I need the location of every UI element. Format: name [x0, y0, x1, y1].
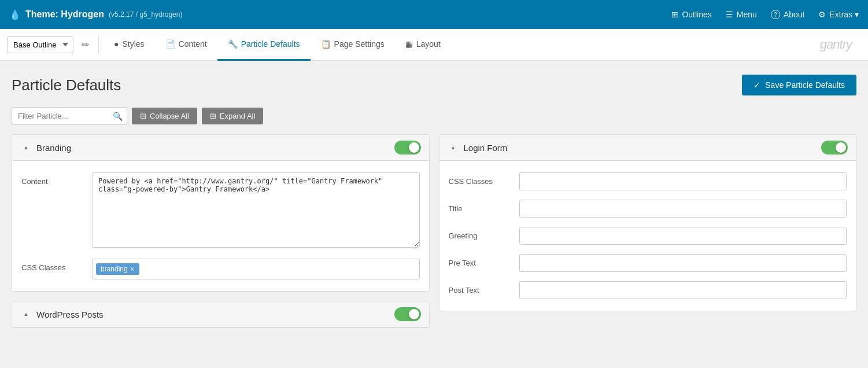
tab-particle-defaults-label: Particle Defaults [241, 39, 300, 49]
login-greeting-label: Greeting [449, 227, 512, 240]
panel-branding: ▲ Branding Content Power [12, 134, 430, 292]
page-icon: 📋 [321, 39, 331, 49]
login-form-toggle[interactable] [821, 141, 848, 154]
login-title-control: Login [519, 200, 847, 218]
expand-all-button[interactable]: ⊞ Expand All [202, 108, 263, 124]
brand: Theme: Hydrogen (v5.2.17 / g5_hydrogen) [9, 9, 182, 20]
grid-icon: ⊞ [671, 10, 678, 19]
tab-styles-label: Styles [122, 39, 144, 49]
gantry-logo: gantry [820, 37, 861, 52]
branding-collapse-button[interactable]: ▲ [20, 142, 32, 153]
brand-name: Theme: Hydrogen [25, 9, 104, 20]
save-particle-defaults-button[interactable]: ✓ Save Particle Defaults [742, 75, 856, 95]
chevron-up-icon-lf: ▲ [450, 145, 456, 150]
wordpress-posts-toggle[interactable] [394, 307, 421, 321]
login-form-panel-title: Login Form [464, 143, 508, 153]
branding-tag: branding × [96, 263, 139, 275]
main-content: Particle Defaults ✓ Save Particle Defaul… [0, 61, 868, 342]
nav-menu[interactable]: ☰ Menu [726, 10, 757, 19]
tab-layout-label: Layout [416, 39, 441, 49]
branding-tag-remove[interactable]: × [130, 265, 135, 273]
branding-content-label: Content [21, 172, 85, 186]
top-bar: Theme: Hydrogen (v5.2.17 / g5_hydrogen) … [0, 0, 868, 29]
panel-login-form: ▲ Login Form CSS Classes [439, 134, 857, 311]
login-css-input[interactable] [519, 172, 847, 190]
top-nav: ⊞ Outlines ☰ Menu ? About ⚙ Extras ▾ [671, 10, 859, 19]
panel-login-form-header: ▲ Login Form [439, 135, 856, 161]
gear-icon: ⚙ [818, 10, 826, 19]
filter-input[interactable] [12, 107, 127, 125]
login-css-row: CSS Classes [449, 172, 847, 190]
expand-icon: ⊞ [210, 112, 216, 120]
nav-separator [98, 36, 99, 53]
login-pretext-label: Pre Text [449, 254, 512, 267]
save-button-label: Save Particle Defaults [765, 80, 845, 90]
expand-all-label: Expand All [220, 112, 255, 120]
filter-input-wrap: 🔍 [12, 107, 127, 125]
wordpress-posts-collapse-button[interactable]: ▲ [20, 308, 32, 320]
chevron-up-icon-wp: ▲ [24, 311, 29, 317]
layout-icon: ▦ [405, 39, 413, 49]
collapse-all-button[interactable]: ⊟ Collapse All [132, 108, 197, 124]
login-posttext-row: Post Text [449, 281, 847, 299]
pencil-icon: ✏ [82, 40, 89, 50]
branding-content-textarea[interactable]: Powered by <a href="http://www.gantry.or… [92, 172, 420, 248]
login-greeting-control: Hi, %s [519, 227, 847, 245]
branding-panel-title: Branding [36, 143, 71, 153]
login-greeting-input[interactable]: Hi, %s [519, 227, 847, 245]
login-posttext-input[interactable] [519, 281, 847, 299]
chevron-up-icon: ▲ [24, 145, 29, 150]
nav-extras[interactable]: ⚙ Extras ▾ [818, 10, 859, 19]
page-title: Particle Defaults [12, 76, 121, 94]
panel-login-form-header-left: ▲ Login Form [448, 142, 508, 153]
collapse-all-label: Collapse All [150, 112, 189, 120]
left-column: ▲ Branding Content Power [12, 134, 430, 328]
branding-tag-input[interactable]: branding × [92, 259, 420, 279]
outlines-label: Outlines [682, 10, 711, 19]
branding-toggle[interactable] [394, 141, 421, 154]
login-title-input[interactable]: Login [519, 200, 847, 218]
login-css-label: CSS Classes [449, 172, 512, 186]
login-pretext-input[interactable] [519, 254, 847, 272]
tab-styles[interactable]: ● Styles [104, 29, 155, 61]
nav-about[interactable]: ? About [771, 10, 805, 19]
edit-outline-button[interactable]: ✏ [77, 37, 94, 53]
panel-wordpress-posts-header-left: ▲ WordPress Posts [20, 308, 104, 320]
panel-wordpress-posts-header: ▲ WordPress Posts [12, 301, 429, 327]
extras-label: Extras ▾ [829, 10, 859, 19]
tab-layout[interactable]: ▦ Layout [395, 29, 451, 61]
about-label: About [784, 10, 805, 19]
bars-icon: ☰ [726, 10, 733, 19]
tab-content[interactable]: 📄 Content [155, 29, 217, 61]
tab-page-settings-label: Page Settings [334, 39, 385, 49]
login-posttext-label: Post Text [449, 281, 512, 295]
search-icon: 🔍 [113, 112, 123, 121]
outline-select[interactable]: Base Outline [7, 36, 73, 53]
login-pretext-control [519, 254, 847, 272]
branding-css-label: CSS Classes [21, 259, 85, 272]
secondary-nav: Base Outline ✏ ● Styles 📄 Content 🔧 Part… [0, 29, 868, 61]
nav-outlines[interactable]: ⊞ Outlines [671, 10, 711, 19]
panels-grid: ▲ Branding Content Power [12, 134, 856, 328]
branding-css-control: branding × [92, 259, 420, 279]
panel-wordpress-posts: ▲ WordPress Posts [12, 301, 430, 328]
branding-tag-text: branding [101, 265, 128, 273]
tab-particle-defaults[interactable]: 🔧 Particle Defaults [217, 29, 311, 61]
login-css-control [519, 172, 847, 190]
login-form-collapse-button[interactable]: ▲ [448, 142, 459, 153]
login-posttext-control [519, 281, 847, 299]
content-icon: 📄 [165, 39, 175, 49]
check-icon: ✓ [754, 80, 760, 90]
brand-version: (v5.2.17 / g5_hydrogen) [109, 10, 182, 19]
styles-icon: ● [114, 39, 119, 49]
wordpress-posts-panel-title: WordPress Posts [36, 310, 104, 319]
panel-branding-body: Content Powered by <a href="http://www.g… [12, 161, 429, 291]
outline-selector: Base Outline ✏ [7, 36, 94, 53]
branding-content-row: Content Powered by <a href="http://www.g… [21, 172, 420, 249]
branding-css-row: CSS Classes branding × [21, 259, 420, 279]
tab-page-settings[interactable]: 📋 Page Settings [311, 29, 395, 61]
filter-bar: 🔍 ⊟ Collapse All ⊞ Expand All [12, 107, 856, 125]
login-title-row: Title Login [449, 200, 847, 218]
branding-content-control: Powered by <a href="http://www.gantry.or… [92, 172, 420, 249]
panel-login-form-body: CSS Classes Title Login Greet [439, 161, 856, 311]
